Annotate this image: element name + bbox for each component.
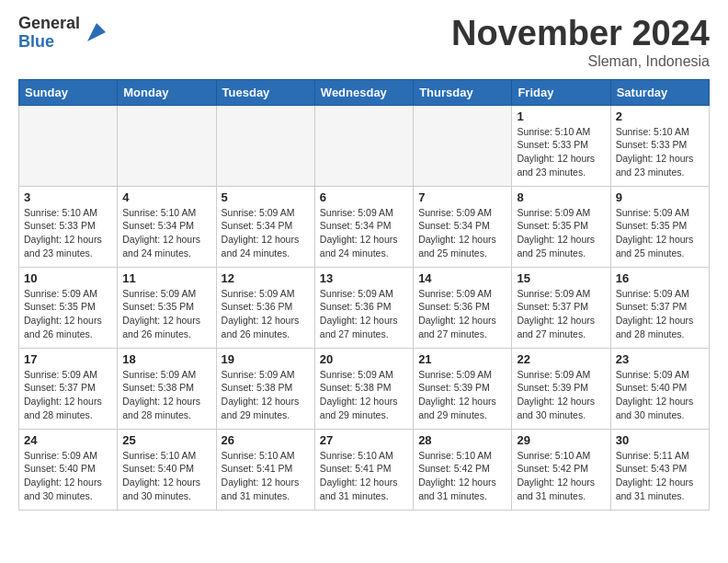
calendar-cell: [19, 105, 118, 186]
cell-info: Sunrise: 5:10 AM Sunset: 5:42 PM Dayligh…: [418, 449, 506, 503]
header-cell-sunday: Sunday: [19, 79, 118, 105]
cell-info: Sunrise: 5:10 AM Sunset: 5:40 PM Dayligh…: [122, 449, 210, 503]
cell-info: Sunrise: 5:09 AM Sunset: 5:40 PM Dayligh…: [616, 368, 704, 422]
cell-info: Sunrise: 5:09 AM Sunset: 5:37 PM Dayligh…: [24, 368, 112, 422]
cell-info: Sunrise: 5:11 AM Sunset: 5:43 PM Dayligh…: [616, 449, 704, 503]
cell-info: Sunrise: 5:09 AM Sunset: 5:40 PM Dayligh…: [24, 449, 112, 503]
calendar-cell: 24Sunrise: 5:09 AM Sunset: 5:40 PM Dayli…: [19, 429, 118, 510]
cell-info: Sunrise: 5:09 AM Sunset: 5:37 PM Dayligh…: [616, 287, 704, 341]
month-title: November 2024: [451, 15, 710, 53]
day-number: 4: [122, 190, 210, 204]
svg-marker-0: [87, 23, 106, 41]
calendar-cell: 11Sunrise: 5:09 AM Sunset: 5:35 PM Dayli…: [118, 267, 216, 348]
calendar-table: SundayMondayTuesdayWednesdayThursdayFrid…: [18, 79, 710, 511]
day-number: 22: [517, 352, 605, 366]
day-number: 3: [24, 190, 112, 204]
cell-info: Sunrise: 5:10 AM Sunset: 5:41 PM Dayligh…: [320, 449, 408, 503]
calendar-cell: 22Sunrise: 5:09 AM Sunset: 5:39 PM Dayli…: [512, 348, 610, 429]
calendar-header-row: SundayMondayTuesdayWednesdayThursdayFrid…: [19, 79, 710, 105]
calendar-cell: 4Sunrise: 5:10 AM Sunset: 5:34 PM Daylig…: [118, 186, 216, 267]
day-number: 30: [616, 433, 704, 447]
header-cell-saturday: Saturday: [610, 79, 709, 105]
day-number: 6: [320, 190, 408, 204]
calendar-cell: 26Sunrise: 5:10 AM Sunset: 5:41 PM Dayli…: [216, 429, 314, 510]
cell-info: Sunrise: 5:09 AM Sunset: 5:35 PM Dayligh…: [122, 287, 210, 341]
logo-general: General: [18, 15, 80, 33]
calendar-cell: 29Sunrise: 5:10 AM Sunset: 5:42 PM Dayli…: [512, 429, 610, 510]
day-number: 25: [122, 433, 210, 447]
day-number: 7: [418, 190, 506, 204]
calendar-cell: 25Sunrise: 5:10 AM Sunset: 5:40 PM Dayli…: [118, 429, 216, 510]
week-row-4: 24Sunrise: 5:09 AM Sunset: 5:40 PM Dayli…: [19, 429, 710, 510]
day-number: 1: [517, 109, 605, 123]
day-number: 20: [320, 352, 408, 366]
day-number: 10: [24, 271, 112, 285]
cell-info: Sunrise: 5:09 AM Sunset: 5:36 PM Dayligh…: [222, 287, 310, 341]
day-number: 13: [320, 271, 408, 285]
calendar-cell: [414, 105, 512, 186]
header: General Blue November 2024 Sleman, Indon…: [18, 15, 710, 70]
day-number: 26: [222, 433, 310, 447]
day-number: 11: [122, 271, 210, 285]
calendar-cell: 28Sunrise: 5:10 AM Sunset: 5:42 PM Dayli…: [414, 429, 512, 510]
day-number: 18: [122, 352, 210, 366]
cell-info: Sunrise: 5:09 AM Sunset: 5:39 PM Dayligh…: [418, 368, 506, 422]
cell-info: Sunrise: 5:09 AM Sunset: 5:35 PM Dayligh…: [517, 206, 605, 260]
location-title: Sleman, Indonesia: [451, 53, 710, 70]
calendar-cell: 1Sunrise: 5:10 AM Sunset: 5:33 PM Daylig…: [512, 105, 610, 186]
calendar-cell: 30Sunrise: 5:11 AM Sunset: 5:43 PM Dayli…: [610, 429, 709, 510]
calendar-cell: 14Sunrise: 5:09 AM Sunset: 5:36 PM Dayli…: [414, 267, 512, 348]
day-number: 29: [517, 433, 605, 447]
day-number: 9: [616, 190, 704, 204]
calendar-cell: 13Sunrise: 5:09 AM Sunset: 5:36 PM Dayli…: [314, 267, 413, 348]
logo-area: General Blue: [18, 15, 109, 52]
calendar-cell: 18Sunrise: 5:09 AM Sunset: 5:38 PM Dayli…: [118, 348, 216, 429]
logo-icon: [84, 19, 109, 49]
cell-info: Sunrise: 5:09 AM Sunset: 5:38 PM Dayligh…: [222, 368, 310, 422]
day-number: 8: [517, 190, 605, 204]
cell-info: Sunrise: 5:09 AM Sunset: 5:34 PM Dayligh…: [222, 206, 310, 260]
day-number: 5: [222, 190, 310, 204]
cell-info: Sunrise: 5:09 AM Sunset: 5:37 PM Dayligh…: [517, 287, 605, 341]
calendar-cell: 8Sunrise: 5:09 AM Sunset: 5:35 PM Daylig…: [512, 186, 610, 267]
calendar-cell: 23Sunrise: 5:09 AM Sunset: 5:40 PM Dayli…: [610, 348, 709, 429]
cell-info: Sunrise: 5:10 AM Sunset: 5:33 PM Dayligh…: [616, 125, 704, 179]
calendar-cell: 5Sunrise: 5:09 AM Sunset: 5:34 PM Daylig…: [216, 186, 314, 267]
day-number: 14: [418, 271, 506, 285]
logo-blue: Blue: [18, 33, 80, 52]
week-row-2: 10Sunrise: 5:09 AM Sunset: 5:35 PM Dayli…: [19, 267, 710, 348]
calendar-cell: 21Sunrise: 5:09 AM Sunset: 5:39 PM Dayli…: [414, 348, 512, 429]
calendar-cell: 15Sunrise: 5:09 AM Sunset: 5:37 PM Dayli…: [512, 267, 610, 348]
header-cell-wednesday: Wednesday: [314, 79, 413, 105]
calendar-cell: 7Sunrise: 5:09 AM Sunset: 5:34 PM Daylig…: [414, 186, 512, 267]
cell-info: Sunrise: 5:09 AM Sunset: 5:38 PM Dayligh…: [320, 368, 408, 422]
calendar-cell: 2Sunrise: 5:10 AM Sunset: 5:33 PM Daylig…: [610, 105, 709, 186]
calendar-cell: 19Sunrise: 5:09 AM Sunset: 5:38 PM Dayli…: [216, 348, 314, 429]
calendar-cell: 6Sunrise: 5:09 AM Sunset: 5:34 PM Daylig…: [314, 186, 413, 267]
cell-info: Sunrise: 5:09 AM Sunset: 5:36 PM Dayligh…: [320, 287, 408, 341]
cell-info: Sunrise: 5:10 AM Sunset: 5:41 PM Dayligh…: [222, 449, 310, 503]
day-number: 27: [320, 433, 408, 447]
page: General Blue November 2024 Sleman, Indon…: [0, 0, 728, 529]
header-cell-tuesday: Tuesday: [216, 79, 314, 105]
calendar-cell: 10Sunrise: 5:09 AM Sunset: 5:35 PM Dayli…: [19, 267, 118, 348]
week-row-3: 17Sunrise: 5:09 AM Sunset: 5:37 PM Dayli…: [19, 348, 710, 429]
day-number: 15: [517, 271, 605, 285]
cell-info: Sunrise: 5:09 AM Sunset: 5:34 PM Dayligh…: [418, 206, 506, 260]
cell-info: Sunrise: 5:09 AM Sunset: 5:36 PM Dayligh…: [418, 287, 506, 341]
day-number: 24: [24, 433, 112, 447]
calendar-cell: [118, 105, 216, 186]
cell-info: Sunrise: 5:10 AM Sunset: 5:34 PM Dayligh…: [122, 206, 210, 260]
calendar-cell: 17Sunrise: 5:09 AM Sunset: 5:37 PM Dayli…: [19, 348, 118, 429]
calendar-cell: [216, 105, 314, 186]
calendar-cell: [314, 105, 413, 186]
calendar-cell: 3Sunrise: 5:10 AM Sunset: 5:33 PM Daylig…: [19, 186, 118, 267]
cell-info: Sunrise: 5:09 AM Sunset: 5:34 PM Dayligh…: [320, 206, 408, 260]
cell-info: Sunrise: 5:10 AM Sunset: 5:42 PM Dayligh…: [517, 449, 605, 503]
title-area: November 2024 Sleman, Indonesia: [451, 15, 710, 70]
calendar-cell: 27Sunrise: 5:10 AM Sunset: 5:41 PM Dayli…: [314, 429, 413, 510]
week-row-0: 1Sunrise: 5:10 AM Sunset: 5:33 PM Daylig…: [19, 105, 710, 186]
header-cell-friday: Friday: [512, 79, 610, 105]
header-cell-thursday: Thursday: [414, 79, 512, 105]
day-number: 28: [418, 433, 506, 447]
